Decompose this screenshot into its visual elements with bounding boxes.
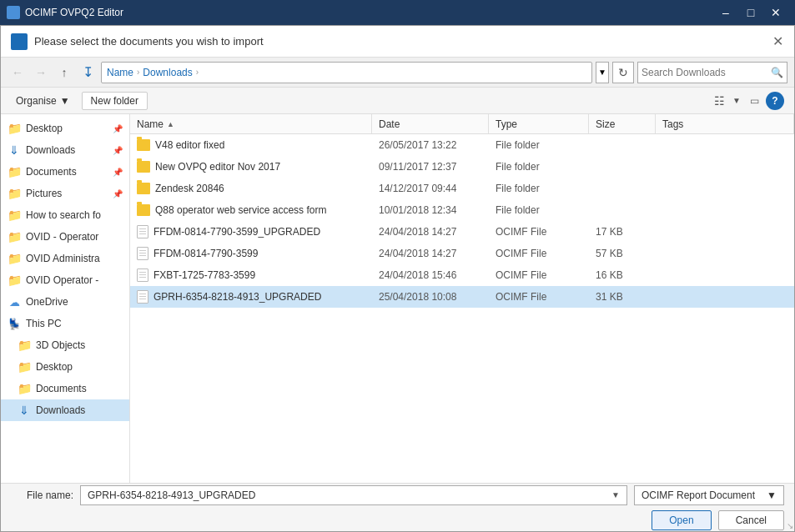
file-name-cell: FFDM-0814-7790-3599 bbox=[130, 243, 372, 263]
file-size-cell bbox=[589, 178, 656, 198]
breadcrumb-sep-2: › bbox=[196, 68, 199, 77]
close-button[interactable]: ✕ bbox=[763, 0, 788, 25]
folder-icon-9: 📁 bbox=[18, 360, 31, 374]
filename-dropdown-arrow: ▼ bbox=[611, 490, 620, 499]
refresh-button[interactable]: ↻ bbox=[612, 62, 634, 83]
toolbar-right: ▼ ↻ 🔍 bbox=[596, 62, 787, 83]
sidebar-label-how: How to search fo bbox=[26, 209, 123, 221]
sidebar-item-ovid1[interactable]: 📁 OVID - Operator bbox=[1, 226, 129, 248]
file-size-cell: 17 KB bbox=[589, 221, 656, 242]
table-row[interactable]: FXBT-1725-7783-3599 24/04/2018 15:46 OCI… bbox=[130, 264, 794, 286]
filetype-label: OCIMF Report Document bbox=[642, 489, 755, 501]
folder-icon-3: 📁 bbox=[8, 187, 21, 200]
sidebar-item-3d-objects[interactable]: 📁 3D Objects bbox=[1, 334, 129, 356]
sidebar-item-downloads[interactable]: ⇓ Downloads 📌 bbox=[1, 139, 129, 161]
file-name: FXBT-1725-7783-3599 bbox=[153, 269, 255, 281]
file-type-cell: File folder bbox=[489, 199, 589, 220]
resize-handle[interactable]: ↘ bbox=[784, 521, 794, 531]
folder-icon-8: 📁 bbox=[18, 339, 31, 352]
folder-file-icon bbox=[137, 139, 150, 151]
file-size-cell bbox=[589, 134, 656, 155]
view-list-button[interactable]: ☷ bbox=[709, 91, 729, 111]
view-dropdown-button[interactable]: ▼ bbox=[731, 96, 742, 105]
search-box: 🔍 bbox=[637, 62, 787, 83]
forward-button[interactable]: → bbox=[31, 63, 51, 83]
back-button[interactable]: ← bbox=[8, 63, 28, 83]
file-name-cell: Zendesk 20846 bbox=[130, 178, 372, 198]
app-icon bbox=[7, 6, 20, 19]
table-row[interactable]: FFDM-0814-7790-3599 24/04/2018 14:27 OCI… bbox=[130, 243, 794, 264]
file-size-cell bbox=[589, 156, 656, 177]
maximize-button[interactable]: □ bbox=[738, 0, 763, 25]
file-type-cell: File folder bbox=[489, 134, 589, 155]
sidebar-item-ovid3[interactable]: 📁 OVID Operator - bbox=[1, 269, 129, 291]
file-type-cell: File folder bbox=[489, 178, 589, 198]
sort-arrow-name: ▲ bbox=[167, 120, 174, 128]
file-name: FFDM-0814-7790-3599 bbox=[153, 248, 258, 259]
col-header-tags[interactable]: Tags bbox=[656, 114, 794, 133]
pane-button[interactable]: ▭ bbox=[744, 91, 764, 111]
col-type-label: Type bbox=[496, 118, 517, 130]
open-button[interactable]: Open bbox=[652, 510, 711, 530]
sidebar-item-how-to-search[interactable]: 📁 How to search fo bbox=[1, 204, 129, 226]
sidebar-label-3d: 3D Objects bbox=[36, 339, 123, 351]
breadcrumb-downloads[interactable]: Downloads bbox=[143, 67, 192, 78]
new-folder-button[interactable]: New folder bbox=[82, 92, 148, 110]
dialog-title: Please select the documents you wish to … bbox=[34, 35, 767, 48]
sidebar-label-this-pc: This PC bbox=[26, 318, 123, 329]
secondary-toolbar: Organise ▼ New folder ☷ ▼ ▭ ? bbox=[1, 88, 794, 114]
table-row[interactable]: GPRH-6354-8218-4913_UPGRADED 25/04/2018 … bbox=[130, 286, 794, 308]
dialog-icon bbox=[11, 33, 28, 50]
folder-icon-5: 📁 bbox=[8, 230, 21, 243]
file-tags-cell bbox=[656, 221, 794, 242]
breadcrumb-dropdown[interactable]: ▼ bbox=[596, 62, 609, 83]
minimize-button[interactable]: – bbox=[713, 0, 738, 25]
folder-icon-2: 📁 bbox=[8, 165, 21, 178]
sidebar-item-downloads-pc[interactable]: ⇓ Downloads bbox=[1, 399, 129, 421]
table-row[interactable]: Zendesk 20846 14/12/2017 09:44 File fold… bbox=[130, 178, 794, 199]
file-name-cell: GPRH-6354-8218-4913_UPGRADED bbox=[130, 286, 372, 307]
doc-file-icon bbox=[137, 269, 148, 282]
search-input[interactable] bbox=[642, 67, 771, 78]
breadcrumb-sep-1: › bbox=[137, 68, 139, 77]
file-tags-cell bbox=[656, 156, 794, 177]
organise-label: Organise bbox=[16, 95, 57, 107]
col-header-size[interactable]: Size bbox=[589, 114, 656, 133]
file-size-cell: 16 KB bbox=[589, 264, 656, 285]
download-button[interactable]: ↧ bbox=[78, 63, 98, 83]
col-header-name[interactable]: Name ▲ bbox=[130, 114, 372, 133]
table-row[interactable]: V48 editor fixed 26/05/2017 13:22 File f… bbox=[130, 134, 794, 156]
bottom-bar: File name: GPRH-6354-8218-4913_UPGRADED … bbox=[1, 483, 794, 531]
sidebar-item-pictures[interactable]: 📁 Pictures 📌 bbox=[1, 183, 129, 204]
search-icon[interactable]: 🔍 bbox=[771, 67, 783, 78]
sidebar-item-ovid2[interactable]: 📁 OVID Administra bbox=[1, 248, 129, 269]
breadcrumb-this-pc[interactable]: Name bbox=[107, 67, 133, 78]
filetype-select[interactable]: OCIMF Report Document ▼ bbox=[634, 485, 784, 505]
folder-icon: 📁 bbox=[8, 122, 21, 135]
sidebar-item-documents-pc[interactable]: 📁 Documents bbox=[1, 378, 129, 399]
sidebar-item-desktop[interactable]: 📁 Desktop 📌 bbox=[1, 118, 129, 139]
col-header-date[interactable]: Date bbox=[372, 114, 489, 133]
file-name: Q88 operator web service access form bbox=[155, 204, 326, 216]
filename-input[interactable]: GPRH-6354-8218-4913_UPGRADED ▼ bbox=[80, 485, 627, 505]
file-date-cell: 24/04/2018 15:46 bbox=[372, 264, 489, 285]
sidebar-label-documents: Documents bbox=[26, 166, 108, 178]
sidebar-item-documents[interactable]: 📁 Documents 📌 bbox=[1, 161, 129, 183]
main-area: 📁 Desktop 📌 ⇓ Downloads 📌 📁 Documents 📌 … bbox=[1, 114, 794, 483]
help-button[interactable]: ? bbox=[766, 92, 784, 110]
up-button[interactable]: ↑ bbox=[54, 63, 74, 83]
dialog-close-button[interactable]: ✕ bbox=[767, 32, 787, 52]
table-row[interactable]: Q88 operator web service access form 10/… bbox=[130, 199, 794, 221]
file-tags-cell bbox=[656, 264, 794, 285]
file-size-cell bbox=[589, 199, 656, 220]
col-header-type[interactable]: Type bbox=[489, 114, 589, 133]
organise-button[interactable]: Organise ▼ bbox=[11, 93, 75, 108]
cancel-button[interactable]: Cancel bbox=[718, 510, 784, 530]
file-name-cell: V48 editor fixed bbox=[130, 134, 372, 155]
table-row[interactable]: New OVPQ editor Nov 2017 09/11/2017 12:3… bbox=[130, 156, 794, 178]
sidebar-item-this-pc[interactable]: 💺 This PC bbox=[1, 313, 129, 334]
sidebar-item-desktop-pc[interactable]: 📁 Desktop bbox=[1, 356, 129, 378]
file-name-cell: FFDM-0814-7790-3599_UPGRADED bbox=[130, 221, 372, 242]
table-row[interactable]: FFDM-0814-7790-3599_UPGRADED 24/04/2018 … bbox=[130, 221, 794, 243]
sidebar-item-onedrive[interactable]: ☁ OneDrive bbox=[1, 291, 129, 313]
